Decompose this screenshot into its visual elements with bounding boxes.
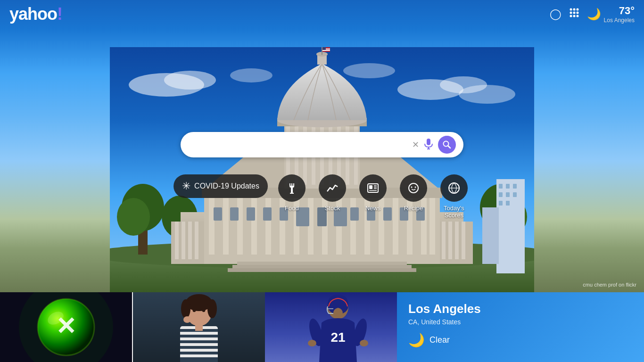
stock-icon (319, 174, 346, 202)
svg-rect-22 (182, 222, 185, 259)
svg-rect-87 (506, 184, 510, 189)
news-icon (359, 174, 387, 202)
svg-rect-85 (482, 207, 499, 264)
yahoo-logo[interactable]: yahoo! (9, 4, 62, 24)
search-input[interactable] (188, 138, 412, 152)
apps-grid-icon[interactable] (569, 8, 579, 21)
quick-link-stock[interactable]: Stock (316, 174, 349, 212)
weather-card-city: Los Angeles (408, 302, 633, 316)
scores-icon (440, 174, 468, 202)
quick-link-news[interactable]: News (356, 174, 389, 212)
food-icon (278, 174, 305, 202)
svg-rect-67 (322, 47, 326, 50)
weather-card[interactable]: Los Angeles CA, United States 🌙 Clear (397, 292, 644, 362)
svg-rect-83 (228, 268, 416, 272)
quick-link-covid[interactable]: ✳ COVID-19 Updates (173, 174, 268, 198)
weather-info: 73° Los Angeles (604, 5, 635, 24)
covid-icon: ✳ (182, 180, 190, 192)
svg-point-95 (573, 8, 575, 11)
svg-rect-66 (322, 50, 330, 51)
user-icon[interactable]: ◯ (550, 8, 561, 20)
search-area: ✕ (181, 132, 463, 157)
svg-point-98 (573, 12, 575, 14)
svg-line-107 (448, 146, 450, 148)
stock-label: Stock (325, 205, 340, 212)
svg-point-129 (207, 299, 217, 318)
search-button[interactable] (438, 136, 456, 154)
quick-link-scores[interactable]: Today's Scores (438, 174, 471, 219)
news-card-3-image: 21 (265, 292, 397, 362)
svg-point-102 (576, 15, 578, 17)
svg-point-128 (181, 299, 190, 318)
photo-credit: cmu chem prof on flickr (583, 282, 636, 288)
svg-point-114 (409, 183, 418, 193)
svg-rect-20 (435, 222, 473, 264)
svg-rect-136 (180, 357, 218, 362)
quick-link-food[interactable]: Food (275, 174, 308, 212)
svg-point-139 (193, 308, 196, 312)
news-card-3[interactable]: 21 (265, 292, 397, 362)
svg-rect-92 (499, 201, 503, 206)
svg-point-146 (308, 340, 316, 346)
svg-rect-25 (442, 222, 446, 259)
bottom-section: ✕ (0, 292, 644, 362)
search-box: ✕ (181, 132, 463, 157)
svg-point-94 (570, 8, 572, 11)
weather-city: Los Angeles (604, 17, 635, 24)
weather-widget[interactable]: 🌙 73° Los Angeles (587, 5, 635, 24)
header: yahoo! ◯ 🌙 73° (0, 0, 644, 28)
svg-rect-86 (499, 184, 503, 189)
svg-point-96 (576, 8, 578, 11)
svg-point-115 (411, 187, 412, 188)
svg-point-100 (570, 15, 572, 17)
capitol-building (110, 47, 534, 292)
recipe-icon (400, 174, 427, 202)
news-card-2[interactable] (133, 292, 265, 362)
clear-icon[interactable]: ✕ (412, 140, 419, 150)
news-card-1-image: ✕ (0, 292, 132, 362)
quick-links: ✳ COVID-19 Updates Food Stock (173, 174, 471, 219)
scores-label-line1: Today's (444, 205, 464, 212)
recipe-label: Recipe (404, 205, 423, 212)
svg-rect-132 (180, 335, 218, 337)
svg-point-140 (202, 308, 206, 312)
svg-rect-23 (188, 222, 192, 259)
covid-label: COVID-19 Updates (194, 182, 259, 190)
svg-rect-134 (180, 346, 218, 349)
moon-icon: 🌙 (587, 8, 601, 21)
svg-point-6 (230, 68, 272, 82)
svg-rect-28 (462, 222, 465, 259)
svg-rect-26 (448, 222, 452, 259)
svg-rect-63 (322, 47, 322, 55)
food-label: Food (285, 205, 299, 212)
news-label: News (365, 205, 381, 212)
svg-rect-137 (195, 324, 203, 331)
svg-point-101 (573, 15, 575, 17)
svg-point-97 (570, 12, 572, 14)
svg-point-12 (117, 198, 150, 236)
svg-point-2 (164, 71, 216, 90)
svg-rect-135 (180, 352, 218, 354)
news-card-2-image (133, 292, 265, 362)
svg-rect-81 (237, 262, 407, 265)
microphone-icon[interactable] (424, 138, 433, 152)
weather-condition-icon: 🌙 (408, 332, 425, 348)
scores-label-line2: Scores (444, 212, 464, 219)
svg-point-116 (414, 187, 416, 188)
svg-point-138 (183, 316, 191, 323)
logo-exclaim: ! (57, 4, 62, 24)
svg-rect-21 (175, 222, 179, 259)
svg-rect-109 (369, 185, 372, 189)
hero-section: yahoo! ◯ 🌙 73° (0, 0, 644, 292)
quick-link-recipe[interactable]: Recipe (397, 174, 430, 212)
weather-card-region: CA, United States (408, 318, 633, 326)
svg-rect-90 (506, 192, 510, 197)
header-right: ◯ 🌙 73° Los Angeles (550, 5, 635, 24)
weather-temperature: 73° (604, 5, 635, 17)
svg-rect-82 (232, 265, 412, 269)
svg-rect-27 (455, 222, 459, 259)
svg-text:21: 21 (330, 330, 345, 345)
svg-rect-133 (180, 340, 218, 343)
svg-rect-103 (427, 139, 430, 145)
news-card-1[interactable]: ✕ (0, 292, 132, 362)
